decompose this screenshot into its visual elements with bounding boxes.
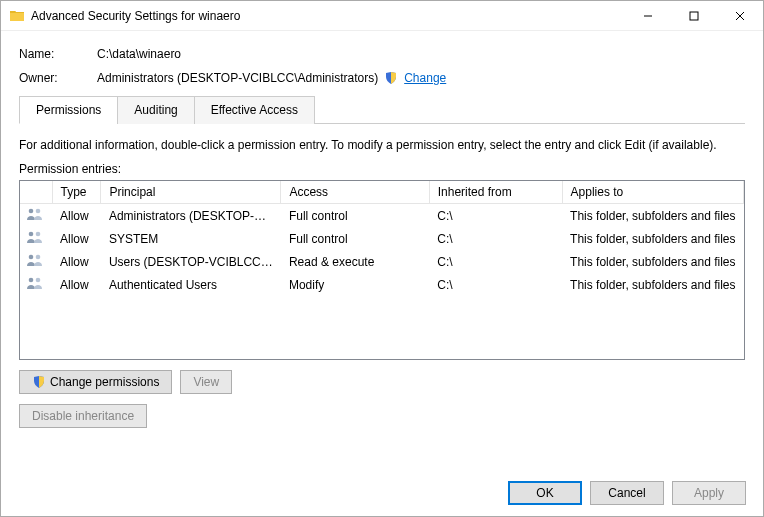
svg-point-5: [36, 209, 41, 214]
cancel-button[interactable]: Cancel: [590, 481, 664, 505]
tab-effective-access[interactable]: Effective Access: [194, 96, 315, 124]
table-row[interactable]: AllowAuthenticated UsersModifyC:\This fo…: [20, 273, 744, 296]
col-access-header[interactable]: Access: [281, 181, 429, 204]
col-type-header[interactable]: Type: [52, 181, 101, 204]
svg-rect-1: [690, 12, 698, 20]
col-applies-header[interactable]: Applies to: [562, 181, 743, 204]
change-permissions-button[interactable]: Change permissions: [19, 370, 172, 394]
maximize-button[interactable]: [671, 1, 717, 31]
table-header-row: Type Principal Access Inherited from App…: [20, 181, 744, 204]
owner-label: Owner:: [19, 71, 97, 85]
folder-icon: [9, 8, 25, 24]
tab-permissions[interactable]: Permissions: [19, 96, 118, 124]
cell-access: Modify: [281, 273, 429, 296]
col-principal-header[interactable]: Principal: [101, 181, 281, 204]
window-title: Advanced Security Settings for winaero: [31, 9, 625, 23]
cell-inherited: C:\: [429, 250, 562, 273]
svg-point-9: [36, 255, 41, 260]
cell-access: Read & execute: [281, 250, 429, 273]
permission-entries-table: Type Principal Access Inherited from App…: [19, 180, 745, 360]
tabs: Permissions Auditing Effective Access: [19, 95, 745, 124]
svg-point-4: [29, 209, 34, 214]
svg-point-6: [29, 232, 34, 237]
cell-applies: This folder, subfolders and files: [562, 250, 743, 273]
minimize-button[interactable]: [625, 1, 671, 31]
cell-inherited: C:\: [429, 204, 562, 228]
cell-type: Allow: [52, 273, 101, 296]
entries-label: Permission entries:: [19, 162, 745, 176]
cell-applies: This folder, subfolders and files: [562, 227, 743, 250]
view-button: View: [180, 370, 232, 394]
cell-principal: SYSTEM: [101, 227, 281, 250]
svg-point-8: [29, 255, 34, 260]
ok-button[interactable]: OK: [508, 481, 582, 505]
tab-auditing[interactable]: Auditing: [117, 96, 194, 124]
cell-access: Full control: [281, 227, 429, 250]
dialog-footer: OK Cancel Apply: [508, 481, 746, 505]
owner-row: Owner: Administrators (DESKTOP-VCIBLCC\A…: [19, 71, 745, 85]
svg-point-7: [36, 232, 41, 237]
shield-icon: [32, 375, 46, 389]
shield-icon: [384, 71, 398, 85]
cell-type: Allow: [52, 204, 101, 228]
col-icon-header[interactable]: [20, 181, 52, 204]
change-owner-link[interactable]: Change: [404, 71, 446, 85]
svg-point-11: [36, 278, 41, 283]
change-permissions-label: Change permissions: [50, 375, 159, 389]
owner-value: Administrators (DESKTOP-VCIBLCC\Administ…: [97, 71, 378, 85]
table-row[interactable]: AllowUsers (DESKTOP-VCIBLCC\Us...Read & …: [20, 250, 744, 273]
cell-principal: Users (DESKTOP-VCIBLCC\Us...: [101, 250, 281, 273]
cell-principal: Administrators (DESKTOP-VCI...: [101, 204, 281, 228]
col-inherited-header[interactable]: Inherited from: [429, 181, 562, 204]
cell-inherited: C:\: [429, 227, 562, 250]
cell-access: Full control: [281, 204, 429, 228]
table-row[interactable]: AllowAdministrators (DESKTOP-VCI...Full …: [20, 204, 744, 228]
cell-inherited: C:\: [429, 273, 562, 296]
name-label: Name:: [19, 47, 97, 61]
apply-button: Apply: [672, 481, 746, 505]
info-text: For additional information, double-click…: [19, 138, 745, 152]
cell-principal: Authenticated Users: [101, 273, 281, 296]
svg-point-10: [29, 278, 34, 283]
people-icon: [26, 276, 44, 290]
cell-type: Allow: [52, 227, 101, 250]
cell-applies: This folder, subfolders and files: [562, 204, 743, 228]
name-value: C:\data\winaero: [97, 47, 181, 61]
people-icon: [26, 207, 44, 221]
cell-type: Allow: [52, 250, 101, 273]
titlebar: Advanced Security Settings for winaero: [1, 1, 763, 31]
cell-applies: This folder, subfolders and files: [562, 273, 743, 296]
name-row: Name: C:\data\winaero: [19, 47, 745, 61]
people-icon: [26, 230, 44, 244]
disable-inheritance-button: Disable inheritance: [19, 404, 147, 428]
close-button[interactable]: [717, 1, 763, 31]
table-row[interactable]: AllowSYSTEMFull controlC:\This folder, s…: [20, 227, 744, 250]
people-icon: [26, 253, 44, 267]
